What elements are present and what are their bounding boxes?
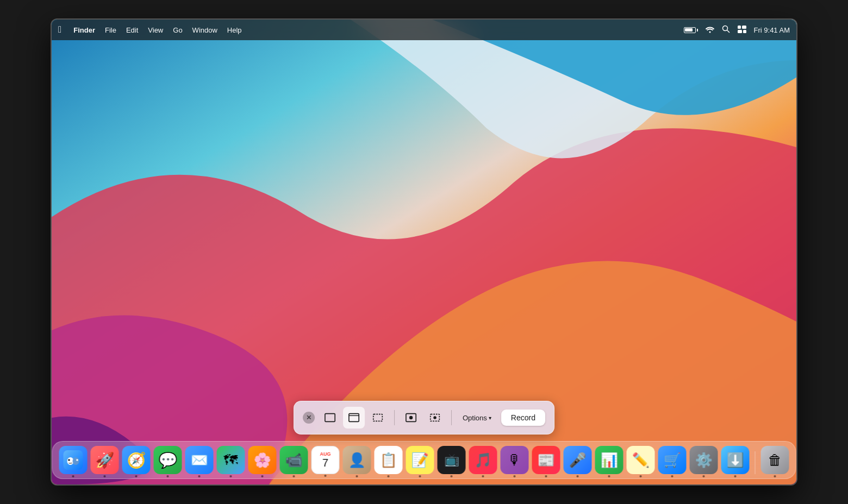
dock-item-finder[interactable] [59,446,88,474]
search-icon[interactable] [722,25,730,35]
svg-point-19 [76,459,78,461]
finder-icon [64,450,83,470]
dock-item-numbers[interactable]: 📊 [595,446,623,474]
screen:  Finder File Edit View Go Window Help [52,20,796,484]
apple-menu[interactable]:  [58,24,61,35]
screenshot-toolbar: ✕ [294,401,554,434]
dock-item-settings[interactable]: ⚙️ [690,446,718,474]
menu-help[interactable]: Help [227,26,242,34]
control-center-icon[interactable] [738,26,746,35]
dock-item-calendar[interactable]: AUG 7 [311,446,340,474]
dock: 🚀 🧭 💬 ✉️ 🗺 🌸 📹 AUG [52,441,796,479]
svg-point-14 [433,416,437,419]
screenshot-full-icon [324,412,336,424]
dock-item-notes[interactable]: 📝 [406,446,434,474]
dock-item-reminders[interactable]: 📋 [375,446,403,474]
dock-item-appstore[interactable]: 🛒 [658,446,687,474]
svg-line-2 [727,30,729,33]
dock-item-safari[interactable]: 🧭 [122,446,151,474]
record-full-button[interactable] [400,407,422,429]
record-selection-icon [429,412,441,424]
mac-frame:  Finder File Edit View Go Window Help [0,0,848,504]
dock-item-contacts[interactable]: 👤 [343,446,371,474]
chevron-down-icon: ▾ [489,415,491,421]
menu-edit[interactable]: Edit [126,26,138,34]
options-label: Options [463,414,487,422]
dock-item-downloads[interactable]: ⬇️ [721,446,750,474]
dock-item-news[interactable]: 📰 [532,446,560,474]
svg-point-1 [722,26,727,31]
svg-point-18 [68,459,70,461]
menubar:  Finder File Edit View Go Window Help [52,20,796,40]
svg-point-17 [73,457,79,465]
svg-rect-5 [738,30,742,33]
svg-rect-10 [373,414,383,421]
dock-item-facetime[interactable]: 📹 [280,446,308,474]
menu-go[interactable]: Go [173,26,182,34]
screenshot-selection-icon [372,412,384,424]
record-selection-button[interactable] [424,407,446,429]
menubar-left:  Finder File Edit View Go Window Help [58,24,242,35]
dock-item-podcasts[interactable]: 🎙 [501,446,529,474]
battery-fill [685,28,693,32]
svg-point-12 [409,416,413,419]
record-button[interactable]: Record [501,410,545,426]
svg-rect-4 [742,26,746,29]
svg-rect-7 [325,414,335,422]
dock-item-photos[interactable]: 🌸 [248,446,277,474]
dock-item-freeform[interactable]: ✏️ [627,446,655,474]
dock-item-launchpad[interactable]: 🚀 [91,446,119,474]
dock-item-appletv[interactable]: 📺 [438,446,466,474]
battery-tip [697,29,698,32]
close-button[interactable]: ✕ [303,412,315,424]
dock-item-mail[interactable]: ✉️ [185,446,214,474]
battery-body [684,27,696,33]
screenshot-selection-button[interactable] [367,407,389,429]
screenshot-window-icon [348,412,360,424]
menu-finder[interactable]: Finder [73,26,95,34]
options-button[interactable]: Options ▾ [457,411,497,425]
record-full-icon [405,412,417,424]
screenshot-window-button[interactable] [343,407,365,429]
dock-separator [755,451,756,474]
close-icon: ✕ [306,414,311,421]
dock-item-trash[interactable]: 🗑 [761,446,789,474]
dock-item-music[interactable]: 🎵 [469,446,497,474]
dock-item-maps[interactable]: 🗺 [217,446,245,474]
svg-rect-6 [743,30,746,33]
svg-rect-8 [349,414,359,422]
wifi-icon[interactable] [706,26,714,35]
toolbar-divider-2 [451,410,452,425]
toolbar-divider [394,410,395,425]
battery-icon [684,27,698,33]
menu-view[interactable]: View [148,26,163,34]
menu-window[interactable]: Window [192,26,217,34]
dock-item-keynote[interactable]: 🎤 [564,446,592,474]
dock-item-messages[interactable]: 💬 [154,446,182,474]
menubar-right: Fri 9:41 AM [684,25,790,35]
svg-rect-3 [738,26,741,29]
menu-file[interactable]: File [105,26,116,34]
time-display[interactable]: Fri 9:41 AM [754,26,790,34]
screenshot-full-button[interactable] [319,407,341,429]
